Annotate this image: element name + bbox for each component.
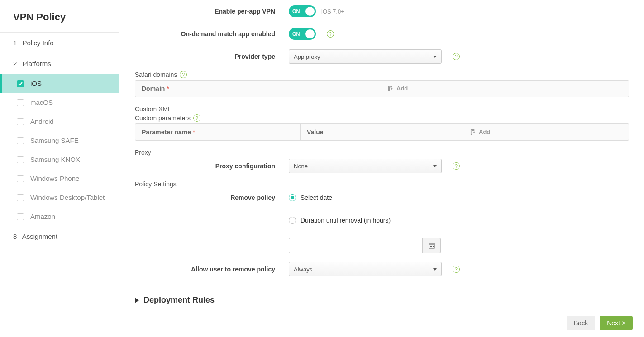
add-icon [387, 85, 394, 92]
checkbox-icon [17, 99, 24, 106]
chevron-down-icon [433, 56, 437, 58]
add-param-button[interactable]: Add [463, 124, 629, 140]
select-proxy-config[interactable]: None [289, 159, 442, 173]
label-remove-policy: Remove policy [135, 194, 289, 201]
help-icon[interactable]: ? [453, 53, 460, 60]
help-icon[interactable]: ? [180, 71, 187, 78]
checkbox-icon [17, 80, 24, 87]
calendar-icon [429, 242, 435, 249]
page-title: VPN Policy [0, 0, 119, 33]
platform-samsung-knox[interactable]: Samsung KNOX [0, 150, 119, 169]
label-safari-domains: Safari domains ? [135, 71, 629, 78]
checkbox-icon [17, 213, 24, 220]
help-icon[interactable]: ? [327, 30, 334, 38]
step-policy-info[interactable]: 1 Policy Info [0, 33, 119, 53]
label-on-demand-match: On-demand match app enabled [135, 30, 289, 38]
table-safari-domains: Domain * Add [135, 80, 629, 97]
step-platforms[interactable]: 2 Platforms [0, 53, 119, 74]
label-enable-per-app-vpn: Enable per-app VPN [135, 8, 289, 15]
radio-select-date[interactable] [289, 194, 296, 201]
date-input[interactable] [289, 238, 423, 253]
label-policy-settings: Policy Settings [135, 180, 629, 188]
label-proxy-config: Proxy configuration [135, 162, 289, 170]
label-custom-xml: Custom XML [135, 105, 629, 113]
platform-samsung-safe[interactable]: Samsung SAFE [0, 131, 119, 150]
platform-android[interactable]: Android [0, 112, 119, 131]
toggle-enable-per-app-vpn[interactable]: ON [289, 5, 316, 17]
toggle-on-demand-match[interactable]: ON [289, 28, 316, 40]
back-button[interactable]: Back [567, 316, 595, 330]
checkbox-icon [17, 194, 24, 201]
checkbox-icon [17, 137, 24, 144]
help-icon[interactable]: ? [453, 162, 460, 170]
svg-rect-2 [430, 246, 431, 247]
col-parameter-name: Parameter name * [135, 124, 301, 140]
calendar-button[interactable] [423, 238, 441, 253]
next-button[interactable]: Next > [600, 316, 633, 330]
help-icon[interactable]: ? [453, 266, 460, 273]
hint-ios-version: iOS 7.0+ [321, 8, 344, 15]
deployment-rules-header[interactable]: Deployment Rules [135, 295, 629, 305]
main-form: Enable per-app VPN ON iOS 7.0+ On-demand… [119, 0, 644, 337]
select-provider-type[interactable]: App proxy [289, 49, 442, 64]
checkbox-icon [17, 118, 24, 125]
footer: Back Next > [567, 316, 633, 330]
chevron-down-icon [433, 165, 437, 167]
help-icon[interactable]: ? [193, 114, 200, 122]
platform-list: iOS macOS Android Samsung SAFE Samsung K… [0, 74, 119, 226]
col-domain: Domain * [135, 81, 381, 97]
platform-macos[interactable]: macOS [0, 93, 119, 112]
step-assignment[interactable]: 3 Assignment [0, 226, 119, 247]
triangle-right-icon [135, 298, 139, 303]
add-icon [470, 129, 476, 135]
label-custom-parameters: Custom parameters ? [135, 114, 629, 122]
checkbox-icon [17, 175, 24, 182]
sidebar: VPN Policy 1 Policy Info 2 Platforms iOS… [0, 0, 119, 337]
table-custom-params: Parameter name * Value Add [135, 123, 629, 141]
label-provider-type: Provider type [135, 53, 289, 60]
platform-ios[interactable]: iOS [0, 74, 119, 93]
label-allow-remove: Allow user to remove policy [135, 266, 289, 273]
chevron-down-icon [433, 268, 437, 271]
svg-rect-3 [431, 246, 432, 247]
platform-windows-phone[interactable]: Windows Phone [0, 169, 119, 188]
select-allow-remove[interactable]: Always [289, 262, 442, 276]
radio-duration[interactable] [289, 217, 296, 224]
platform-amazon[interactable]: Amazon [0, 207, 119, 226]
checkbox-icon [17, 156, 24, 163]
add-domain-button[interactable]: Add [381, 81, 629, 97]
label-proxy: Proxy [135, 149, 629, 156]
svg-rect-4 [433, 246, 434, 247]
platform-windows-desktop[interactable]: Windows Desktop/Tablet [0, 188, 119, 207]
col-value: Value [301, 124, 463, 140]
